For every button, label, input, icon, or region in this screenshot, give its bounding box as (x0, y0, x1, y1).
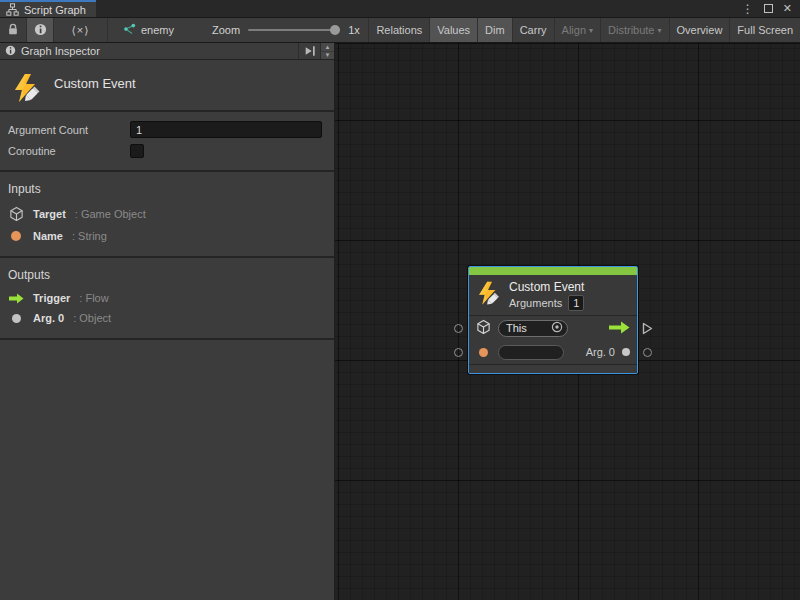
overview-button[interactable]: Overview (669, 18, 730, 42)
lock-icon (7, 23, 19, 38)
argument-count-input[interactable] (130, 121, 322, 138)
port-name: Trigger (33, 292, 70, 304)
inspector-empty-area (0, 340, 334, 600)
inputs-title: Inputs (8, 182, 326, 196)
custom-event-icon (475, 280, 501, 310)
graph-canvas[interactable]: Custom Event Arguments 1 (335, 43, 800, 600)
flow-input-port[interactable] (454, 324, 463, 333)
coroutine-checkbox[interactable] (130, 144, 144, 158)
custom-event-node[interactable]: Custom Event Arguments 1 (468, 266, 638, 374)
port-row-trigger: Trigger : Flow (8, 292, 326, 304)
dim-button[interactable]: Dim (477, 18, 512, 42)
relations-button[interactable]: Relations (368, 18, 429, 42)
graph-breadcrumb[interactable]: enemy (108, 18, 184, 42)
node-header-text: Custom Event Arguments 1 (509, 280, 584, 310)
game-object-cube-icon (8, 206, 24, 222)
dock-panel-button[interactable] (298, 43, 320, 59)
script-graph-window: Script Graph ⋮ ✕ (0, 0, 800, 600)
outputs-section: Outputs Trigger : Flow Arg. 0 : Obj (0, 258, 334, 340)
zoom-value: 1x (348, 24, 360, 36)
inspector-header-controls: ▲ ▼ (298, 43, 334, 59)
port-type: : Flow (79, 292, 108, 304)
coroutine-label: Coroutine (8, 145, 130, 157)
chevron-down-icon[interactable]: ▼ (321, 51, 334, 60)
dock-right-icon (304, 45, 316, 57)
inspector-title: Graph Inspector (21, 45, 100, 57)
code-brackets-icon: ⟨×⟩ (71, 24, 89, 37)
window-controls: ⋮ ✕ (742, 0, 800, 17)
event-name-input[interactable] (498, 345, 564, 360)
chevron-down-icon: ▾ (658, 26, 662, 35)
zoom-control: Zoom 1x (184, 18, 368, 42)
flow-output-arrow-icon (609, 321, 630, 336)
custom-event-node-wrap: Custom Event Arguments 1 (454, 266, 669, 384)
flow-arrow-icon (8, 293, 24, 304)
port-row-target: Target : Game Object (8, 206, 326, 222)
info-icon (5, 45, 16, 58)
string-input-dot-icon (479, 348, 488, 357)
graph-hierarchy-icon (6, 3, 19, 16)
toolbar-buttons: Relations Values Dim Carry Align ▾ Distr… (368, 18, 800, 42)
argument-count-label: Argument Count (8, 124, 130, 136)
panel-resize-spinner[interactable]: ▲ ▼ (320, 43, 334, 59)
graph-toolbar: ⟨×⟩ enemy Zoom 1x Relations (0, 18, 800, 43)
port-name: Name (33, 230, 63, 242)
dim-label: Dim (485, 24, 505, 36)
arguments-label: Arguments (509, 295, 562, 311)
inspector-toggle-button[interactable] (27, 18, 54, 42)
unit-settings: Argument Count Coroutine (0, 112, 334, 172)
argument-count-row: Argument Count (8, 121, 322, 138)
graph-inspector-panel: Graph Inspector ▲ ▼ (0, 43, 335, 600)
zoom-slider[interactable] (248, 29, 340, 31)
node-title: Custom Event (509, 280, 584, 294)
full-screen-button[interactable]: Full Screen (729, 18, 800, 42)
value-input-port[interactable] (454, 348, 463, 357)
port-type: : Object (73, 312, 111, 324)
port-type: : String (72, 230, 107, 242)
flow-output-port[interactable] (642, 322, 653, 337)
full-screen-label: Full Screen (737, 24, 793, 36)
arg0-label: Arg. 0 (586, 346, 615, 358)
chevron-up-icon[interactable]: ▲ (321, 43, 334, 51)
node-footer (469, 365, 637, 373)
node-row-arg0: Arg. 0 (469, 340, 637, 364)
align-label: Align (562, 24, 586, 36)
chevron-down-icon: ▾ (589, 26, 593, 35)
inputs-section: Inputs Target : Game Object (0, 172, 334, 258)
carry-button[interactable]: Carry (512, 18, 554, 42)
arg0-output-dot-icon (622, 348, 630, 356)
coroutine-row: Coroutine (8, 144, 322, 158)
object-picker-icon[interactable] (551, 321, 563, 335)
carry-label: Carry (520, 24, 547, 36)
target-value: This (506, 322, 527, 334)
main-area: Graph Inspector ▲ ▼ (0, 43, 800, 600)
breadcrumb-graph-name: enemy (141, 24, 174, 36)
lock-button[interactable] (0, 18, 27, 42)
relations-label: Relations (376, 24, 422, 36)
object-port-icon (8, 314, 24, 323)
node-header: Custom Event Arguments 1 (469, 275, 637, 315)
csharp-preview-button[interactable]: ⟨×⟩ (54, 18, 108, 42)
maximize-icon[interactable] (764, 4, 773, 13)
game-object-cube-icon (476, 319, 491, 337)
value-output-port[interactable] (643, 348, 652, 357)
event-color-bar (469, 267, 637, 275)
unit-header: Custom Event (0, 60, 334, 112)
zoom-slider-handle[interactable] (330, 25, 340, 35)
graph-inspector-header: Graph Inspector ▲ ▼ (0, 43, 334, 60)
port-name: Arg. 0 (33, 312, 64, 324)
port-row-name: Name : String (8, 230, 326, 242)
target-object-dropdown[interactable]: This (498, 320, 568, 337)
tab-script-graph[interactable]: Script Graph (0, 0, 96, 17)
outputs-title: Outputs (8, 268, 326, 282)
values-button[interactable]: Values (429, 18, 477, 42)
close-icon[interactable]: ✕ (783, 3, 792, 14)
distribute-label: Distribute (608, 24, 654, 36)
string-port-icon (8, 231, 24, 241)
custom-event-icon (10, 72, 42, 110)
info-icon (34, 23, 47, 38)
arguments-count-field[interactable]: 1 (568, 295, 584, 311)
tab-bar: Script Graph ⋮ ✕ (0, 0, 800, 18)
kebab-menu-icon[interactable]: ⋮ (742, 3, 754, 15)
distribute-dropdown: Distribute ▾ (600, 18, 668, 42)
